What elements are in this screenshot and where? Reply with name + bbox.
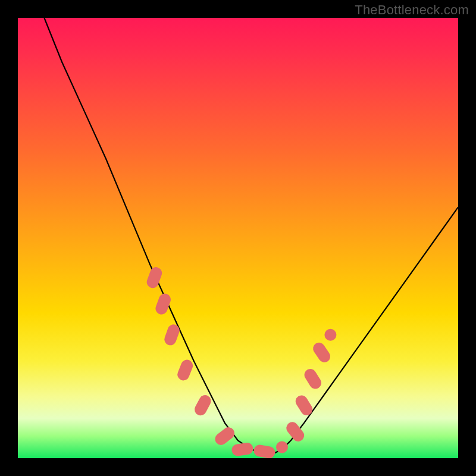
svg-rect-7 [253, 444, 276, 458]
marker-pill [302, 367, 324, 391]
curve-markers [145, 265, 337, 458]
chart-frame: TheBottleneck.com [0, 0, 476, 476]
marker-pill [193, 393, 214, 418]
bottleneck-curve [44, 18, 458, 454]
svg-rect-2 [162, 322, 181, 347]
marker-pill [311, 340, 333, 365]
svg-rect-3 [176, 358, 195, 383]
marker-pill [176, 358, 195, 383]
svg-rect-4 [193, 393, 214, 418]
svg-rect-10 [302, 367, 324, 391]
svg-rect-0 [145, 265, 164, 290]
chart-svg [18, 18, 458, 458]
marker-pill [253, 444, 276, 458]
watermark-text: TheBottleneck.com [355, 2, 469, 18]
marker-pill [284, 419, 306, 444]
svg-rect-5 [212, 425, 237, 447]
marker-pill [162, 322, 181, 347]
svg-rect-1 [154, 292, 173, 317]
marker-pill [293, 393, 315, 418]
svg-rect-11 [311, 340, 333, 365]
svg-rect-6 [231, 442, 253, 457]
marker-pill [154, 292, 173, 317]
marker-pill [212, 425, 237, 447]
marker-pill [145, 265, 164, 290]
svg-rect-9 [293, 393, 315, 418]
marker-dot [324, 329, 336, 341]
marker-pill [231, 442, 253, 457]
marker-dot [276, 441, 288, 453]
plot-area [18, 18, 458, 458]
svg-rect-8 [284, 419, 306, 444]
